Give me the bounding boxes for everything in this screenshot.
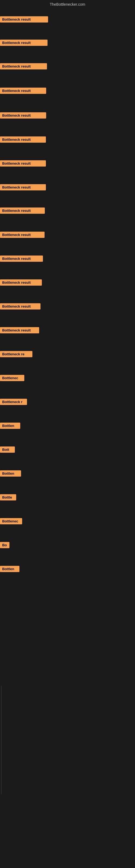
bottleneck-result-item[interactable]: Bottleneck result (0, 112, 46, 119)
bottleneck-result-item[interactable]: Bottlen (0, 566, 19, 572)
bottleneck-result-item[interactable]: Bottlenec (0, 518, 22, 524)
bottleneck-result-item[interactable]: Bottlen (0, 470, 21, 476)
bottleneck-result-item[interactable]: Bottleneck result (0, 16, 48, 23)
bottleneck-result-item[interactable]: Bottlenec (0, 375, 24, 381)
bottleneck-result-item[interactable]: Bottleneck result (0, 88, 46, 94)
bottleneck-result-item[interactable]: Bottleneck result (0, 303, 41, 310)
bottleneck-result-item[interactable]: Bottle (0, 494, 16, 500)
bottleneck-result-item[interactable]: Bottleneck result (0, 255, 43, 262)
bottleneck-result-item[interactable]: Bottleneck re (0, 351, 32, 357)
bottleneck-result-item[interactable]: Bottleneck result (0, 208, 45, 214)
bottleneck-result-item[interactable]: Bottleneck result (0, 327, 39, 333)
bottleneck-result-item[interactable]: Bottlen (0, 423, 20, 429)
bottleneck-result-item[interactable]: Bottleneck result (0, 231, 45, 238)
bottleneck-result-item[interactable]: Bott (0, 446, 15, 453)
bottleneck-result-item[interactable]: Bottleneck result (0, 160, 46, 166)
bottleneck-result-item[interactable]: Bottleneck result (0, 63, 47, 69)
bottleneck-result-item[interactable]: Bo (0, 542, 9, 548)
bottleneck-result-item[interactable]: Bottleneck result (0, 40, 48, 46)
bottleneck-result-item[interactable]: Bottleneck result (0, 136, 46, 143)
bottleneck-result-item[interactable]: Bottleneck r (0, 399, 27, 405)
site-title: TheBottlenecker.com (0, 0, 135, 8)
vertical-line (1, 686, 1, 794)
bottleneck-result-item[interactable]: Bottleneck result (0, 279, 42, 286)
bottleneck-result-item[interactable]: Bottleneck result (0, 184, 46, 190)
